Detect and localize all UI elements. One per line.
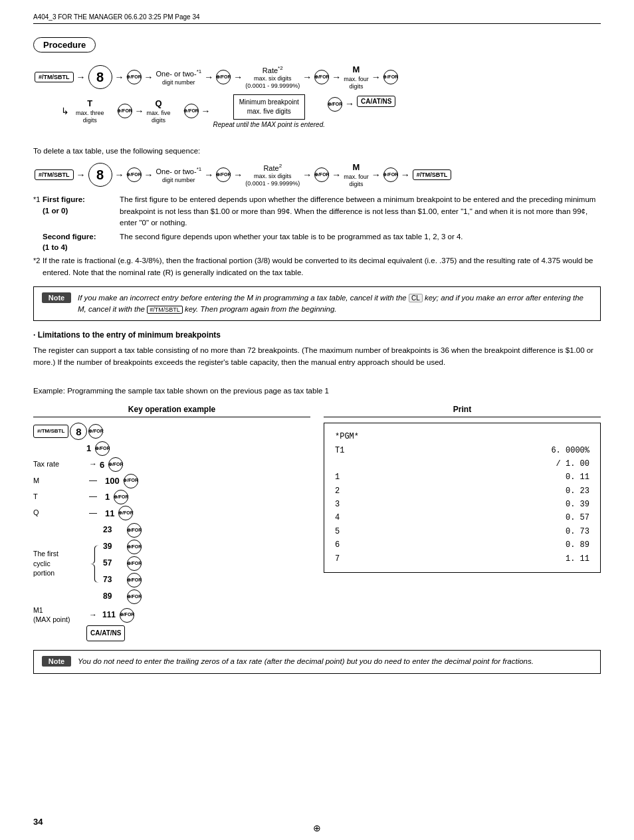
- for-circle-2: ⊕/FOR: [216, 70, 231, 84]
- note-box-2: Note You do not need to enter the traili…: [33, 650, 601, 673]
- cyc-row-1: 23 ⊕/FOR: [103, 523, 142, 538]
- print-col: Print *PGM* T1 6. 0000% / 1. 00 1 0. 11: [324, 405, 601, 642]
- key-row-0: #/TM/SBTL 8 ⊕/FOR: [33, 423, 310, 440]
- q-node-1: Q max. fivedigits: [147, 98, 171, 124]
- label-taxrate: Tax rate: [33, 458, 86, 471]
- d-arrow-4: →: [204, 169, 213, 180]
- key-8-1: 8: [88, 65, 112, 89]
- d-arrow-7: →: [332, 169, 341, 180]
- for-sm-2: ⊕/FOR: [216, 70, 231, 84]
- note-text-1: If you make an incorrect entry before en…: [78, 292, 592, 316]
- for-sm-1: ⊕/FOR: [127, 70, 142, 84]
- key-hashtm-1: #/TM/SBTL: [35, 72, 74, 82]
- print-row-4: 4 0. 57: [335, 511, 589, 524]
- label-m-op: M: [33, 474, 86, 488]
- key-row-caatns: CA/AT/NS: [86, 625, 310, 641]
- t-node-1: T max. threedigits: [76, 98, 104, 124]
- header-left: A404_3 FOR THE MANAGER 06.6.20 3:25 PM P…: [33, 13, 200, 21]
- limitations-heading: · Limitations to the entry of minimum br…: [33, 330, 601, 340]
- procedure-badge: Procedure: [33, 37, 96, 52]
- k-for-m1: ⊕/FOR: [120, 608, 134, 623]
- num-8-circle-2: 8: [88, 163, 112, 187]
- num-8-circle-1: 8: [88, 65, 112, 89]
- fn3-text: If the rate is fractional (e.g. 4-3/8%),…: [43, 255, 601, 278]
- caatns-box-1: CA/AT/NS: [357, 96, 395, 107]
- for-sm-6: ⊕/FOR: [184, 104, 199, 118]
- d-for-sm-3: ⊕/FOR: [314, 167, 329, 182]
- k-for-op-4: ⊕/FOR: [124, 474, 138, 488]
- delete-intro: To delete a tax table, use the following…: [33, 146, 601, 157]
- cyc-keys-4: 73 ⊕/FOR: [103, 573, 142, 587]
- arrow-q-op: —: [89, 506, 97, 521]
- hashtm-box-end: #/TM/SBTL: [413, 169, 452, 180]
- for-sm-5: ⊕/FOR: [118, 104, 132, 118]
- d-for-2: ⊕/FOR: [216, 167, 231, 182]
- cyc-keys-2: 39 ⊕/FOR: [103, 540, 142, 554]
- key-op-col: Key operation example #/TM/SBTL 8 ⊕/FOR …: [33, 405, 310, 642]
- arrow-m-op: —: [89, 474, 97, 488]
- flow-row-2: ↳ T max. threedigits ⊕/FOR → Q max. five…: [60, 94, 601, 128]
- d-for-sm-1: ⊕/FOR: [127, 167, 142, 182]
- arrow-taxrate: →: [89, 457, 97, 472]
- key-row-2: Tax rate → 6 ⊕/FOR: [33, 457, 310, 472]
- d-arrow-3: →: [144, 169, 154, 180]
- page-number: 34: [33, 817, 43, 827]
- print-row-pgm: *PGM*: [335, 430, 589, 443]
- k-for-op-1: ⊕/FOR: [88, 424, 103, 439]
- flow-diagram-1: #/TM/SBTL → 8 → ⊕/FOR → One- or two-*1 d…: [33, 64, 601, 128]
- print-row-6: 6 0. 89: [335, 538, 589, 552]
- keys-row-3: 100 ⊕/FOR: [105, 473, 138, 488]
- d-for-3: ⊕/FOR: [314, 167, 329, 182]
- k-for-op-3: ⊕/FOR: [108, 457, 123, 472]
- for-sm-4: ⊕/FOR: [383, 70, 398, 84]
- d-rate-node: Rate2 max. six digits(0.0001 - 99.9999%): [245, 163, 300, 187]
- key-row-m1: M1(MAX point) → 111 ⊕/FOR: [33, 606, 310, 624]
- d-for-sm-4: ⊕/FOR: [383, 167, 398, 182]
- k-for-cyc-3: ⊕/FOR: [127, 556, 142, 571]
- arrow-2: →: [115, 72, 124, 82]
- rate-node-1: Rate*2 max. six digits(0.0001 - 99.9999%…: [245, 65, 300, 90]
- note-text-2: You do not need to enter the trailing ze…: [78, 656, 534, 667]
- label-m1-op: M1(MAX point): [33, 606, 86, 624]
- print-row-3: 3 0. 39: [335, 498, 589, 511]
- note-tag-1: Note: [42, 292, 71, 303]
- d-m-node: M max. fourdigits: [344, 162, 369, 188]
- cyc-keys-1: 23 ⊕/FOR: [103, 523, 142, 538]
- d-one-two: One- or two-*1 digit number: [156, 166, 202, 183]
- min-bp-box: Minimum breakpointmax. five digits Repea…: [213, 94, 325, 128]
- t1-left: T1: [335, 444, 344, 457]
- d-arrow-2: →: [115, 169, 124, 180]
- d-for-1: ⊕/FOR: [127, 167, 142, 182]
- d-hashtm-end: #/TM/SBTL: [413, 169, 452, 180]
- k-hashtm-op: #/TM/SBTL: [33, 425, 68, 438]
- for-circle-7: ⊕/FOR: [328, 97, 342, 112]
- cyc-keys-5: 89 ⊕/FOR: [103, 589, 142, 604]
- arrow-10: →: [201, 106, 211, 116]
- note-box-1: Note If you make an incorrect entry befo…: [33, 286, 601, 322]
- footnotes-block: *1 First figure:(1 or 0) The first figur…: [33, 194, 601, 278]
- print-row-slash: / 1. 00: [335, 457, 589, 471]
- arrow-t-op: —: [89, 490, 97, 504]
- keys-row-2: 6 ⊕/FOR: [100, 457, 123, 472]
- print-row-5: 5 0. 73: [335, 525, 589, 538]
- page: A404_3 FOR THE MANAGER 06.6.20 3:25 PM P…: [0, 0, 634, 840]
- flow-row-delete: #/TM/SBTL → 8 → ⊕/FOR → One- or two-*1 d…: [33, 162, 601, 188]
- for-sm-7: ⊕/FOR: [328, 97, 342, 112]
- cyc-row-2: 39 ⊕/FOR: [103, 540, 142, 554]
- key-row-5: Q — 11 ⊕/FOR: [33, 506, 310, 521]
- k-for-op-2: ⊕/FOR: [95, 441, 110, 456]
- repeat-text: Repeat until the MAX point is entered.: [213, 121, 325, 128]
- k-caatns-op: CA/AT/NS: [86, 625, 125, 641]
- print-row-2: 2 0. 23: [335, 484, 589, 498]
- fn2-text: The second figure depends upon whether y…: [120, 231, 601, 253]
- keys-row-0: #/TM/SBTL 8 ⊕/FOR: [33, 423, 103, 440]
- arrow-7: →: [332, 72, 341, 82]
- two-col-section: Key operation example #/TM/SBTL 8 ⊕/FOR …: [33, 405, 601, 642]
- k-for-cyc-4: ⊕/FOR: [127, 573, 142, 587]
- print-row-t1: T1 6. 0000%: [335, 444, 589, 457]
- k-for-cyc-5: ⊕/FOR: [127, 589, 142, 604]
- cyc-row-5: 89 ⊕/FOR: [103, 589, 142, 604]
- d-for-4: ⊕/FOR: [383, 167, 398, 182]
- print-box: *PGM* T1 6. 0000% / 1. 00 1 0. 11 2: [324, 423, 601, 573]
- pgm-left: *PGM*: [335, 430, 359, 443]
